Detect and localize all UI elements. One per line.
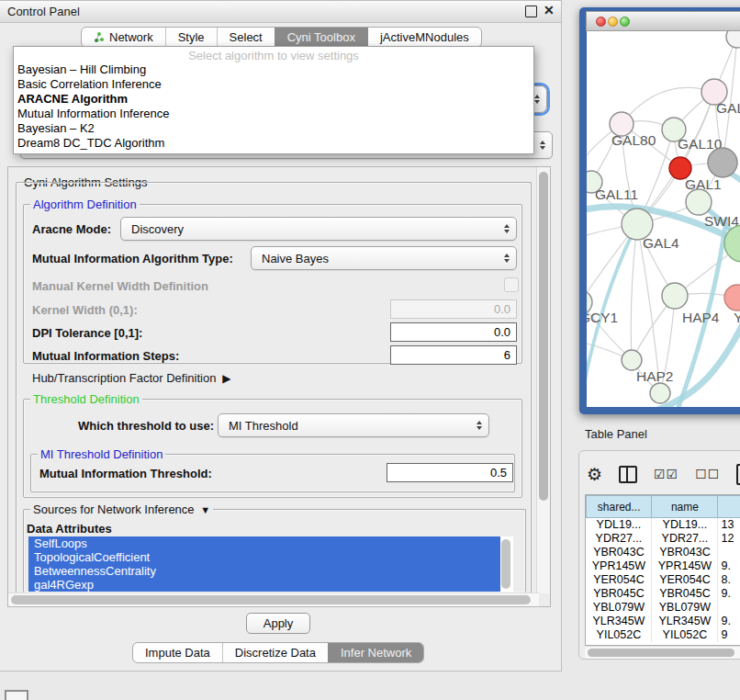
split-panes-icon[interactable] bbox=[619, 466, 637, 483]
algorithm-option[interactable]: ARACNE Algorithm bbox=[14, 92, 533, 107]
which-threshold-combo[interactable]: MI Threshold bbox=[218, 413, 489, 437]
table-cell[interactable]: YPR145W bbox=[652, 559, 718, 573]
close-traffic-light-icon[interactable] bbox=[596, 17, 606, 27]
table-row[interactable]: YBR043CYBR043C bbox=[587, 546, 740, 559]
tab-impute-data[interactable]: Impute Data bbox=[133, 643, 222, 662]
network-canvas[interactable]: GALGAL80GAL10GAL1SWI4GAL11GAL4GCY1HAP4YH… bbox=[587, 31, 740, 407]
column-header[interactable]: shared... bbox=[587, 496, 652, 518]
mi-steps-field[interactable] bbox=[390, 345, 517, 365]
tab-infer-network[interactable]: Infer Network bbox=[328, 643, 423, 662]
aracne-mode-combo[interactable]: Discovery bbox=[120, 217, 517, 241]
table-row[interactable]: YPR145WYPR145W9. bbox=[587, 559, 740, 573]
table-cell[interactable]: 8. bbox=[718, 573, 740, 587]
table-cell[interactable] bbox=[718, 601, 740, 615]
table-cell[interactable]: YPR145W bbox=[587, 559, 652, 573]
table-row[interactable]: YBL079WYBL079W bbox=[587, 601, 740, 615]
column-header[interactable] bbox=[718, 496, 740, 518]
hub-definition-expander[interactable]: Hub/Transcription Factor Definition ▶ bbox=[32, 371, 231, 385]
table-row[interactable]: YIL052CYIL052C9 bbox=[587, 628, 740, 642]
data-attribute-item[interactable]: gal4RGexp bbox=[28, 578, 500, 592]
vertical-scrollbar-thumb[interactable] bbox=[539, 172, 548, 501]
table-row[interactable]: YER054CYER054C8. bbox=[587, 573, 740, 587]
network-node[interactable] bbox=[686, 189, 712, 215]
algorithm-option[interactable]: Bayesian – K2 bbox=[14, 121, 533, 136]
document-icon[interactable] bbox=[736, 464, 740, 485]
minimized-panel-icon[interactable] bbox=[5, 690, 28, 700]
node-label: GAL80 bbox=[611, 132, 656, 148]
sources-group-title[interactable]: Sources for Network Inference ▼ bbox=[30, 502, 213, 516]
zoom-traffic-light-icon[interactable] bbox=[620, 17, 630, 27]
table-row[interactable]: YDL19...YDL19...13 bbox=[587, 518, 740, 532]
table-cell[interactable]: 9 bbox=[718, 628, 740, 642]
table-cell[interactable]: YBR043C bbox=[652, 546, 718, 559]
table-cell[interactable]: YDL19... bbox=[587, 518, 652, 532]
table-row[interactable]: YDR27...YDR27...12 bbox=[587, 532, 740, 546]
list-scrollbar-thumb[interactable] bbox=[501, 539, 510, 589]
network-node[interactable] bbox=[708, 148, 737, 177]
table-cell[interactable]: 13 bbox=[718, 518, 740, 532]
table-horizontal-scrollbar[interactable] bbox=[585, 646, 740, 659]
vertical-scrollbar[interactable] bbox=[536, 167, 550, 593]
control-panel-titlebar[interactable]: Control Panel ✕ bbox=[0, 1, 561, 23]
algorithm-option[interactable]: Basic Correlation Inference bbox=[14, 77, 533, 92]
table-row[interactable]: YBR045CYBR045C9. bbox=[587, 587, 740, 601]
table-cell[interactable]: YBL079W bbox=[587, 601, 652, 615]
algorithm-dropdown-popup: Select algorithm to view settings Bayesi… bbox=[13, 46, 534, 154]
algorithm-option[interactable]: Bayesian – Hill Climbing bbox=[14, 62, 533, 77]
table-cell[interactable] bbox=[718, 546, 740, 559]
node-table[interactable]: shared...name YDL19...YDL19...13YDR27...… bbox=[586, 495, 740, 642]
table-cell[interactable]: YIL052C bbox=[652, 628, 718, 642]
tab-cyni-toolbox[interactable]: Cyni Toolbox bbox=[275, 28, 367, 47]
tab-style[interactable]: Style bbox=[165, 28, 217, 47]
table-cell[interactable]: YBR045C bbox=[652, 587, 718, 601]
minimize-traffic-light-icon[interactable] bbox=[608, 17, 618, 27]
table-cell[interactable]: YBR043C bbox=[587, 546, 652, 559]
table-cell[interactable]: YDR27... bbox=[587, 532, 652, 546]
kernel-width-field[interactable] bbox=[390, 299, 517, 319]
network-node[interactable] bbox=[724, 285, 740, 310]
table-cell[interactable]: YDL19... bbox=[652, 518, 718, 532]
table-cell[interactable]: YDR27... bbox=[652, 532, 718, 546]
table-cell[interactable]: 9. bbox=[718, 559, 740, 573]
float-window-icon[interactable] bbox=[525, 6, 537, 17]
algorithm-option[interactable]: Mutual Information Inference bbox=[14, 107, 533, 121]
algorithm-option[interactable]: Dream8 DC_TDC Algorithm bbox=[14, 136, 533, 151]
settings-gear-icon[interactable]: ⚙ bbox=[587, 464, 602, 485]
close-icon[interactable]: ✕ bbox=[544, 6, 554, 16]
table-cell[interactable]: YLR345W bbox=[652, 615, 718, 628]
table-cell[interactable]: YLR345W bbox=[587, 615, 652, 628]
table-cell[interactable]: 9. bbox=[718, 587, 740, 601]
network-node[interactable] bbox=[726, 31, 740, 48]
table-cell[interactable]: YER054C bbox=[652, 573, 718, 587]
select-all-checkboxes-icon[interactable]: ☑☑ bbox=[654, 467, 678, 481]
horizontal-scrollbar[interactable] bbox=[8, 593, 539, 606]
table-cell[interactable]: YER054C bbox=[587, 573, 652, 587]
table-cell[interactable]: 9. bbox=[718, 615, 740, 628]
data-attribute-item[interactable]: BetweennessCentrality bbox=[28, 564, 500, 578]
tab-discretize-data[interactable]: Discretize Data bbox=[222, 643, 328, 662]
dpi-tolerance-field[interactable] bbox=[390, 322, 517, 342]
table-horizontal-scrollbar-thumb[interactable] bbox=[588, 649, 734, 657]
manual-kernel-checkbox[interactable] bbox=[504, 277, 519, 292]
network-node[interactable] bbox=[650, 383, 670, 403]
network-window-titlebar[interactable] bbox=[586, 11, 740, 31]
table-cell[interactable]: YBL079W bbox=[652, 601, 718, 615]
table-cell[interactable]: YBR045C bbox=[587, 587, 652, 601]
mi-type-combo[interactable]: Naive Bayes bbox=[251, 246, 517, 270]
apply-button[interactable]: Apply bbox=[246, 613, 310, 634]
deselect-all-checkboxes-icon[interactable]: ☐☐ bbox=[695, 467, 720, 481]
network-node[interactable] bbox=[622, 350, 642, 370]
column-header[interactable]: name bbox=[652, 496, 718, 518]
table-cell[interactable]: 12 bbox=[718, 532, 740, 546]
tab-select[interactable]: Select bbox=[217, 28, 275, 47]
data-attribute-item[interactable]: TopologicalCoefficient bbox=[28, 550, 500, 564]
data-attribute-item[interactable]: SelfLoops bbox=[28, 536, 500, 550]
table-cell[interactable]: YIL052C bbox=[587, 628, 652, 642]
tab-jactivemnodules[interactable]: jActiveMNodules bbox=[367, 28, 481, 47]
horizontal-scrollbar-thumb[interactable] bbox=[11, 595, 531, 604]
tab-network[interactable]: Network bbox=[82, 28, 165, 47]
table-row[interactable]: YLR345WYLR345W9. bbox=[587, 615, 740, 628]
mi-threshold-label: Mutual Information Threshold: bbox=[39, 467, 212, 480]
network-node[interactable] bbox=[662, 283, 688, 309]
mi-threshold-field[interactable] bbox=[387, 463, 513, 482]
